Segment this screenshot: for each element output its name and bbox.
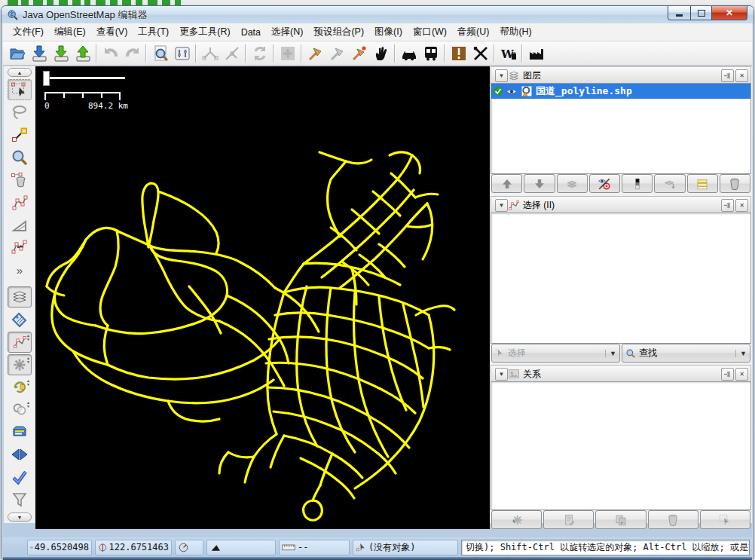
- undo-button[interactable]: [99, 42, 121, 64]
- layer-opacity-button[interactable]: [622, 174, 653, 193]
- menu-edit[interactable]: 编辑(E): [49, 23, 91, 41]
- extrude-tool-button[interactable]: [8, 215, 32, 236]
- combine-way-button[interactable]: [326, 42, 348, 64]
- castle-preset-button[interactable]: W: [497, 42, 519, 64]
- parallel-copy-icon: [11, 194, 29, 212]
- zoom-tool-button[interactable]: [8, 147, 32, 168]
- relations-list[interactable]: [491, 381, 751, 510]
- move-layer-down-button[interactable]: [524, 174, 555, 193]
- collapse-layers-button[interactable]: ▼: [495, 69, 508, 82]
- parallel-copy-tool-button[interactable]: [8, 192, 32, 213]
- menu-windows[interactable]: 窗口(W): [408, 23, 452, 41]
- layers-list[interactable]: 国道_polyline.shp: [491, 83, 751, 174]
- preferences-search-button[interactable]: [149, 42, 171, 64]
- collapse-selection-button[interactable]: ▼: [495, 199, 508, 212]
- toggle-selection-dialog-button[interactable]: ▲▼: [8, 332, 32, 353]
- update-data-button[interactable]: [249, 42, 271, 64]
- delete-relation-button[interactable]: [648, 510, 698, 529]
- pan-hand-button[interactable]: [370, 42, 392, 64]
- add-relation-icon: [510, 513, 524, 527]
- delete-tool-icon: [11, 171, 29, 189]
- menu-file[interactable]: 文件(F): [8, 23, 49, 41]
- toggle-conflicts-dialog-button[interactable]: ▲▼: [8, 399, 32, 420]
- scale-min-label: 0: [44, 101, 50, 111]
- menu-help[interactable]: 帮助(H): [494, 23, 536, 41]
- pin-selection-button[interactable]: [721, 199, 734, 212]
- conflict-icon: [12, 402, 27, 417]
- menu-selection[interactable]: 选择(N): [266, 23, 308, 41]
- search-menu-button[interactable]: 查找 ▼: [622, 344, 750, 363]
- car-preset-button[interactable]: [398, 42, 420, 64]
- duplicate-relation-button[interactable]: [595, 510, 646, 529]
- menu-audio[interactable]: 音频(U): [452, 23, 494, 41]
- merge-layer-down-button[interactable]: [654, 174, 685, 193]
- toggle-changesets-dialog-button[interactable]: [8, 444, 32, 465]
- sidebar-scroll-down-button[interactable]: ▼: [8, 513, 32, 522]
- menu-data[interactable]: Data: [236, 25, 266, 40]
- download-along-button[interactable]: [277, 42, 298, 64]
- toggle-filter-dialog-button[interactable]: [8, 489, 32, 510]
- preferences-button[interactable]: [171, 42, 193, 64]
- menu-bar: 文件(F) 编辑(E) 查看(V) 工具(T) 更多工具(R) Data 选择(…: [3, 23, 752, 41]
- select-menu-button[interactable]: 选择 ▼: [491, 344, 620, 363]
- menu-presets[interactable]: 预设组合(P): [308, 23, 369, 41]
- menu-imagery[interactable]: 图像(I): [369, 23, 408, 41]
- warning-preset-button[interactable]: [448, 42, 469, 64]
- close-button[interactable]: ✕: [711, 6, 747, 20]
- close-selection-button[interactable]: ✕: [735, 199, 748, 212]
- toggle-validator-dialog-button[interactable]: [8, 467, 32, 488]
- select-tool-button[interactable]: [8, 79, 32, 100]
- title-bar[interactable]: Java OpenStreetMap 编辑器 ✕: [2, 6, 753, 23]
- move-layer-up-button[interactable]: [491, 174, 522, 193]
- join-node-to-way-button[interactable]: [221, 42, 243, 64]
- menu-tools[interactable]: 工具(T): [133, 23, 174, 41]
- lasso-tool-button[interactable]: [8, 102, 32, 123]
- toggle-history-dialog-button[interactable]: ▲▼: [8, 377, 32, 398]
- menu-more-tools[interactable]: 更多工具(R): [174, 23, 235, 41]
- delete-tool-button[interactable]: [8, 170, 32, 191]
- restaurant-preset-button[interactable]: [469, 42, 491, 64]
- redo-button[interactable]: [121, 42, 143, 64]
- menu-view[interactable]: 查看(V): [91, 23, 133, 41]
- delete-layer-button[interactable]: [720, 174, 750, 193]
- watermark: http://blog.csdn.net: [452, 555, 528, 560]
- toggle-tags-dialog-button[interactable]: [8, 309, 32, 330]
- select-relation-members-button[interactable]: [700, 510, 750, 529]
- upload-data-button[interactable]: [72, 42, 93, 64]
- collapse-relations-button[interactable]: ▼: [495, 368, 508, 381]
- notes-icon: [11, 423, 29, 441]
- draw-nodes-tool-button[interactable]: [8, 124, 32, 145]
- pin-layers-button[interactable]: [721, 69, 734, 82]
- open-file-button[interactable]: [6, 42, 28, 64]
- zoom-slider[interactable]: [43, 71, 126, 86]
- activate-layer-button[interactable]: [557, 174, 588, 193]
- close-relations-button[interactable]: ✕: [735, 368, 748, 381]
- layer-visible-eye-icon[interactable]: [506, 87, 518, 96]
- improve-accuracy-tool-button[interactable]: [8, 237, 32, 259]
- angle-readout: [206, 540, 276, 555]
- new-relation-button[interactable]: [491, 510, 542, 529]
- map-view[interactable]: 0 894.2 km: [35, 66, 490, 529]
- duplicate-layer-button[interactable]: [687, 174, 718, 193]
- sidebar-scroll-up-button[interactable]: ▲: [8, 68, 32, 77]
- selection-list[interactable]: [491, 213, 751, 344]
- layer-row[interactable]: 国道_polyline.shp: [491, 84, 750, 99]
- edit-relation-button[interactable]: [543, 510, 594, 529]
- merge-nodes-button[interactable]: [199, 42, 221, 64]
- show-hide-layer-button[interactable]: [589, 174, 620, 193]
- toggle-layers-dialog-button[interactable]: [8, 286, 32, 308]
- minimize-button[interactable]: [668, 6, 691, 20]
- pin-relations-button[interactable]: [721, 368, 734, 381]
- restore-button[interactable]: [691, 6, 711, 20]
- zoom-slider-handle[interactable]: [43, 71, 50, 86]
- toggle-relations-dialog-button[interactable]: ▲▼: [8, 354, 32, 375]
- factory-preset-button[interactable]: [525, 42, 547, 64]
- download-data-button[interactable]: [28, 42, 50, 64]
- unglue-way-button[interactable]: [348, 42, 370, 64]
- save-button[interactable]: [50, 42, 72, 64]
- close-layers-button[interactable]: ✕: [735, 69, 748, 82]
- bus-preset-button[interactable]: [420, 42, 442, 64]
- toggle-notes-dialog-button[interactable]: [8, 421, 32, 442]
- more-tools-button[interactable]: »: [8, 259, 32, 280]
- split-way-button[interactable]: [304, 42, 326, 64]
